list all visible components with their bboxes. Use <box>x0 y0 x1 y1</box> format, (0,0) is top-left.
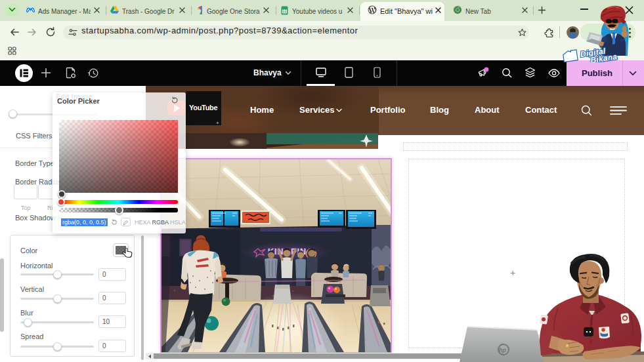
svg-text:hp: hp <box>499 347 506 353</box>
